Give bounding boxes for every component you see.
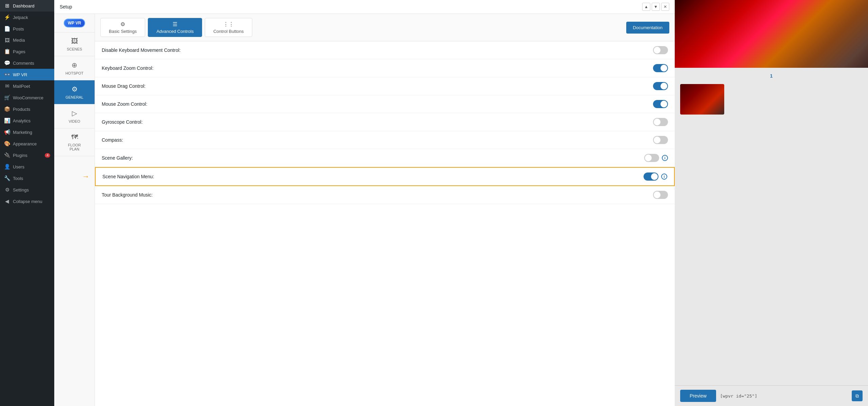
- setting-right-5: [653, 136, 668, 144]
- tab-control-buttons[interactable]: ⋮⋮ Control Buttons: [205, 18, 252, 37]
- settings-icon: ⚙: [4, 187, 10, 193]
- setting-row-gyroscope: Gyroscope Control:: [95, 113, 675, 131]
- sidebar-item-users[interactable]: 👤 Users: [0, 161, 54, 172]
- compass-toggle[interactable]: [653, 136, 668, 144]
- sidebar-item-collapse[interactable]: ◀ Collapse menu: [0, 196, 54, 207]
- setup-up-button[interactable]: ▲: [642, 3, 650, 11]
- dashboard-icon: ⊞: [4, 3, 10, 9]
- compass-track: [653, 136, 668, 144]
- wpvr-logo: WP VR: [64, 19, 85, 27]
- sidebar-item-jetpack[interactable]: ⚡ Jetpack: [0, 12, 54, 23]
- gyroscope-track: [653, 118, 668, 126]
- scene-nav-toggle[interactable]: [644, 172, 658, 181]
- setting-row-mouse-zoom: Mouse Zoom Control:: [95, 95, 675, 113]
- documentation-button[interactable]: Documentation: [626, 22, 669, 34]
- mouse-zoom-label: Mouse Zoom Control:: [102, 101, 147, 107]
- appearance-icon: 🎨: [4, 141, 10, 147]
- sub-sidebar-item-floorplan[interactable]: 🗺 FLOORPLAN: [54, 128, 95, 156]
- sidebar: ⊞ Dashboard ⚡ Jetpack 📄 Posts 🖼 Media 📋 …: [0, 0, 54, 406]
- thumb-item-1: [680, 84, 724, 115]
- basic-settings-tab-icon: ⚙: [120, 21, 125, 27]
- plugin-area: WP VR 🖼 SCENES ⊕ HOTSPOT ⚙ GENERAL ▷ VID…: [54, 14, 675, 406]
- preview-panel: 1 Preview [wpvr id="25"] ⧉: [675, 0, 868, 406]
- tab-basic-settings[interactable]: ⚙ Basic Settings: [100, 18, 145, 37]
- setting-right-1: [653, 64, 668, 72]
- setup-close-button[interactable]: ✕: [661, 3, 669, 11]
- sidebar-item-comments[interactable]: 💬 Comments: [0, 57, 54, 69]
- content-panel: Setup ▲ ▼ ✕ WP VR 🖼 SCENES ⊕ HOTSPO: [54, 0, 675, 406]
- disable-keyboard-toggle[interactable]: [653, 46, 668, 54]
- scene-nav-track: [644, 172, 658, 181]
- sub-sidebar-item-general[interactable]: ⚙ GENERAL: [54, 80, 95, 104]
- setting-right-7: i: [644, 172, 667, 181]
- sidebar-item-wpvr[interactable]: 👓 WP VR: [0, 69, 54, 80]
- scene-gallery-label: Scene Gallery:: [102, 155, 133, 161]
- collapse-icon: ◀: [4, 198, 10, 204]
- setting-right-4: [653, 118, 668, 126]
- tabs-row: ⚙ Basic Settings ☰ Advanced Controls ⋮⋮ …: [95, 14, 675, 41]
- posts-icon: 📄: [4, 26, 10, 32]
- copy-shortcode-button[interactable]: ⧉: [852, 390, 863, 401]
- scene-nav-label: Scene Navigation Menu:: [102, 174, 154, 179]
- setting-right-3: [653, 100, 668, 108]
- hotspot-icon: ⊕: [72, 61, 77, 69]
- sidebar-item-products[interactable]: 📦 Products: [0, 103, 54, 115]
- gyroscope-label: Gyroscope Control:: [102, 119, 143, 125]
- mouse-drag-label: Mouse Drag Control:: [102, 83, 145, 89]
- keyboard-zoom-track: [653, 64, 668, 72]
- jetpack-icon: ⚡: [4, 14, 10, 20]
- setting-row-compass: Compass:: [95, 131, 675, 149]
- keyboard-zoom-toggle[interactable]: [653, 64, 668, 72]
- sidebar-item-media[interactable]: 🖼 Media: [0, 35, 54, 46]
- keyboard-zoom-label: Keyboard Zoom Control:: [102, 65, 154, 71]
- mouse-zoom-toggle[interactable]: [653, 100, 668, 108]
- compass-label: Compass:: [102, 137, 123, 143]
- marketing-icon: 📢: [4, 129, 10, 135]
- sidebar-item-settings[interactable]: ⚙ Settings: [0, 184, 54, 196]
- floorplan-icon: 🗺: [71, 133, 78, 141]
- thumb-counter: 1: [680, 73, 863, 79]
- sub-sidebar-item-hotspot[interactable]: ⊕ HOTSPOT: [54, 56, 95, 80]
- sidebar-item-analytics[interactable]: 📊 Analytics: [0, 115, 54, 126]
- setting-row-keyboard-zoom: Keyboard Zoom Control:: [95, 59, 675, 77]
- main-area: Setup ▲ ▼ ✕ WP VR 🖼 SCENES ⊕ HOTSPO: [54, 0, 868, 406]
- setting-right-8: [653, 191, 668, 199]
- advanced-controls-tab-icon: ☰: [173, 21, 177, 27]
- tab-advanced-controls[interactable]: ☰ Advanced Controls: [148, 18, 202, 37]
- preview-image-placeholder: [675, 0, 868, 68]
- preview-button[interactable]: Preview: [680, 390, 716, 402]
- mouse-drag-toggle[interactable]: [653, 82, 668, 90]
- setting-right-2: [653, 82, 668, 90]
- scene-gallery-toggle[interactable]: [644, 154, 659, 162]
- scenes-icon: 🖼: [71, 37, 78, 45]
- setting-right-0: [653, 46, 668, 54]
- video-icon: ▷: [72, 109, 77, 117]
- setup-header: Setup ▲ ▼ ✕: [54, 0, 675, 14]
- preview-thumbs-area: 1: [675, 68, 868, 385]
- sidebar-item-tools[interactable]: 🔧 Tools: [0, 172, 54, 184]
- tools-icon: 🔧: [4, 175, 10, 181]
- gyroscope-toggle[interactable]: [653, 118, 668, 126]
- sidebar-item-woocommerce[interactable]: 🛒 WooCommerce: [0, 92, 54, 103]
- scene-nav-info-icon[interactable]: i: [661, 174, 667, 180]
- tour-music-toggle[interactable]: [653, 191, 668, 199]
- scene-gallery-info-icon[interactable]: i: [662, 155, 668, 161]
- setting-row-scene-gallery: Scene Gallery: i: [95, 149, 675, 167]
- sub-sidebar-item-video[interactable]: ▷ VIDEO: [54, 104, 95, 128]
- plugins-icon: 🔌: [4, 152, 10, 158]
- setup-down-button[interactable]: ▼: [652, 3, 660, 11]
- sidebar-item-dashboard[interactable]: ⊞ Dashboard: [0, 0, 54, 12]
- sidebar-item-appearance[interactable]: 🎨 Appearance: [0, 138, 54, 149]
- mouse-drag-track: [653, 82, 668, 90]
- sidebar-item-marketing[interactable]: 📢 Marketing: [0, 126, 54, 138]
- sidebar-item-pages[interactable]: 📋 Pages: [0, 46, 54, 57]
- pages-icon: 📋: [4, 48, 10, 55]
- sub-sidebar: WP VR 🖼 SCENES ⊕ HOTSPOT ⚙ GENERAL ▷ VID…: [54, 14, 95, 406]
- copy-icon: ⧉: [855, 393, 859, 399]
- setting-row-mouse-drag: Mouse Drag Control:: [95, 77, 675, 95]
- sub-sidebar-item-scenes[interactable]: 🖼 SCENES: [54, 33, 95, 56]
- arrow-indicator: →: [82, 172, 90, 181]
- sidebar-item-mailpoet[interactable]: ✉ MailPoet: [0, 80, 54, 92]
- sidebar-item-posts[interactable]: 📄 Posts: [0, 23, 54, 35]
- sidebar-item-plugins[interactable]: 🔌 Plugins 4: [0, 149, 54, 161]
